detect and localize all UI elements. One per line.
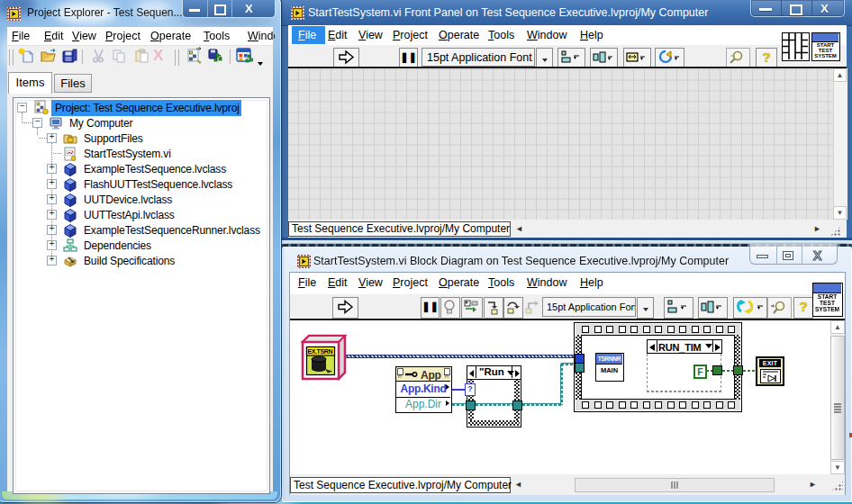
svg-text:EX.TSRN: EX.TSRN bbox=[308, 348, 333, 355]
